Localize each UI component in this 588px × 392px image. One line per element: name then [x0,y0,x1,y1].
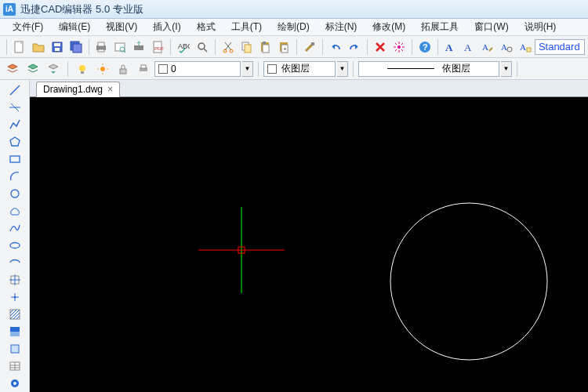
paste-special-button[interactable]: + [275,38,292,56]
text-find-button[interactable]: A [498,38,515,56]
spline-tool[interactable] [6,220,24,236]
polyline-tool[interactable] [6,117,24,132]
publish-button[interactable] [130,38,147,56]
insert-block-tool[interactable] [6,272,24,288]
lock-icon[interactable] [114,60,132,78]
svg-rect-57 [10,156,20,162]
menu-edit[interactable]: 编辑(E) [53,19,96,35]
linetype-dropdown-button[interactable]: ▼ [501,61,512,77]
matchprop-button[interactable] [301,38,318,56]
svg-point-59 [10,243,20,249]
app-icon: iA [3,3,16,16]
cut-button[interactable] [220,38,237,56]
layer-color-swatch [158,64,168,74]
color-label: 依图层 [281,62,310,75]
layer-selector[interactable]: 0 [154,61,241,77]
svg-line-53 [10,85,20,95]
color-dropdown-button[interactable]: ▼ [337,61,348,77]
menu-modify[interactable]: 修改(M) [366,19,412,35]
svg-text:A: A [482,42,488,52]
app-title: 迅捷CAD编辑器 5.0 专业版 [20,2,143,16]
bulb-on-icon[interactable] [74,60,91,78]
svg-point-33 [397,45,401,49]
paste-button[interactable] [257,38,274,56]
svg-text:A: A [464,42,472,53]
print-preview-button[interactable] [111,38,129,56]
spellcheck-button[interactable]: ABC [175,38,192,56]
line-tool[interactable] [6,82,24,98]
svg-rect-25 [263,45,269,53]
new-button[interactable] [11,38,28,56]
arc-tool[interactable] [6,169,24,184]
svg-rect-3 [54,43,60,46]
color-swatch [267,64,277,74]
ellipse-tool[interactable] [6,238,24,253]
find-button[interactable] [194,38,211,56]
svg-point-45 [100,67,105,71]
table-tool[interactable] [6,358,24,374]
svg-rect-69 [11,345,19,353]
menu-file[interactable]: 文件(F) [6,19,49,35]
svg-text:PDF: PDF [154,46,164,51]
save-button[interactable] [49,38,66,56]
text-style-a2[interactable]: A [460,38,477,56]
svg-rect-68 [10,327,20,332]
menu-view[interactable]: 视图(V) [100,19,143,35]
menu-extend[interactable]: 拓展工具 [415,19,465,35]
svg-point-18 [198,43,205,49]
document-tabbar: Drawing1.dwg × [30,80,588,97]
svg-rect-42 [527,48,531,52]
text-style-input[interactable] [535,39,585,55]
standard-toolbar: PDF ABC + ? A A A A A [0,36,588,58]
text-edit-button[interactable]: A [479,38,496,56]
svg-rect-50 [120,69,126,74]
menu-dimension[interactable]: 标注(N) [319,19,364,35]
menu-window[interactable]: 窗口(W) [468,19,514,35]
menu-tools[interactable]: 工具(T) [225,19,268,35]
print-button[interactable] [93,38,111,56]
revcloud-tool[interactable] [6,203,24,219]
undo-button[interactable] [327,38,344,56]
text-style-button[interactable]: A [517,38,534,56]
linetype-selector[interactable]: 依图层 [358,61,499,77]
polygon-tool[interactable] [6,134,24,150]
copy-button[interactable] [238,38,256,56]
donut-tool[interactable] [6,376,24,391]
layer-states-button[interactable] [24,60,42,78]
canvas-svg [30,97,588,392]
delete-button[interactable] [372,38,389,56]
svg-rect-52 [141,65,146,68]
sun-icon[interactable] [94,60,111,78]
saveall-button[interactable] [67,38,85,56]
circle-entity [390,203,547,360]
tab-close-icon[interactable]: × [107,84,113,95]
svg-line-19 [204,49,207,52]
color-selector[interactable]: 依图层 [263,61,336,77]
point-tool[interactable] [6,289,24,305]
explode-button[interactable] [390,38,408,56]
construction-line-tool[interactable] [6,100,24,115]
menu-help[interactable]: 说明(H) [518,19,563,35]
ellipse-arc-tool[interactable] [6,255,24,270]
rectangle-tool[interactable] [6,151,24,167]
layer-previous-button[interactable] [45,60,62,78]
export-pdf-button[interactable]: PDF [149,38,166,56]
menu-draw[interactable]: 绘制(D) [271,19,316,35]
hatch-tool[interactable] [6,307,24,322]
circle-tool[interactable] [6,186,24,201]
layer-dropdown-button[interactable]: ▼ [242,61,253,77]
menu-format[interactable]: 格式 [191,19,222,35]
plot-icon[interactable] [135,60,152,78]
open-button[interactable] [30,38,47,56]
document-tab[interactable]: Drawing1.dwg × [36,82,120,97]
help-button[interactable]: ? [416,38,434,56]
layer-manager-button[interactable] [4,60,21,78]
region-tool[interactable] [6,341,24,357]
svg-text:?: ? [423,42,428,52]
svg-rect-44 [81,71,84,74]
redo-button[interactable] [346,38,363,56]
text-style-a1[interactable]: A [442,38,459,56]
drawing-canvas[interactable] [30,97,588,392]
gradient-tool[interactable] [6,324,24,339]
menu-insert[interactable]: 插入(I) [147,19,187,35]
